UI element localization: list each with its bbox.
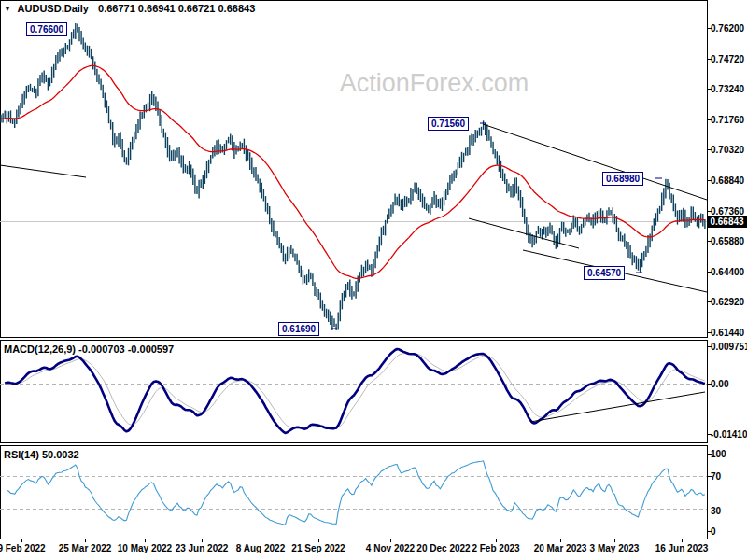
price-axis-label: 0.73240 <box>711 84 744 94</box>
date-axis-label: 8 Aug 2022 <box>236 543 285 553</box>
price-axis-label: 0.64400 <box>711 267 744 277</box>
price-axis-label: 0.74720 <box>711 54 744 64</box>
price-axis-label: 0.62920 <box>711 297 744 307</box>
date-axis-label: 10 May 2022 <box>118 543 172 553</box>
price-axis-label: 0.65880 <box>711 236 744 246</box>
forex-chart-window: ActionForex.com ▼ AUDUSD.Daily 0.66771 0… <box>0 0 747 560</box>
rsi-axis-label: 30 <box>711 506 721 516</box>
date-axis-label: 20 Dec 2022 <box>416 543 470 553</box>
axis-ticks <box>22 29 712 543</box>
annotation-price-label: 0.61690 <box>278 322 319 336</box>
macd-signal-line <box>5 353 705 427</box>
price-axis-label: 0.68840 <box>711 175 744 186</box>
date-axis-label: 3 May 2023 <box>590 543 640 553</box>
macd-indicator-label: MACD(12,26,9) -0.000703 -0.000597 <box>4 343 174 355</box>
annotation-price-label: 0.76600 <box>26 22 67 36</box>
date-axis-label: 4 Nov 2022 <box>366 543 415 553</box>
macd-line <box>5 349 705 433</box>
chart-header: ▼ AUDUSD.Daily 0.66771 0.66941 0.66721 0… <box>4 3 255 14</box>
ohlc-values: 0.66771 0.66941 0.66721 0.66843 <box>98 3 255 14</box>
macd-axis-label: 0.009751 <box>711 342 747 352</box>
rsi-line <box>7 461 705 525</box>
price-axis-label: 0.67360 <box>711 206 744 217</box>
date-axis-label: 23 Jun 2022 <box>176 543 229 553</box>
symbol-timeframe-label: AUDUSD.Daily <box>18 3 89 14</box>
macd-axis-label: -0.014107 <box>711 429 747 440</box>
rsi-axis-label: 70 <box>711 471 721 482</box>
watermark: ActionForex.com <box>340 69 529 98</box>
current-price-tag: 0.66843 <box>707 216 747 228</box>
price-axis-label: 0.76200 <box>711 23 744 34</box>
moving-average-line <box>1 65 705 278</box>
annotation-price-label: 0.68980 <box>602 172 643 186</box>
annotation-price-label: 0.71560 <box>428 117 469 131</box>
date-axis-label: 16 Jun 2023 <box>655 543 709 553</box>
collapse-triangle-icon[interactable]: ▼ <box>4 5 11 13</box>
rsi-axis-label: 100 <box>711 449 726 459</box>
level-lines <box>0 222 707 510</box>
annotation-price-label: 0.64570 <box>584 266 625 280</box>
rsi-indicator-label: RSI(14) 50.0032 <box>4 449 79 460</box>
price-axis-label: 0.71760 <box>711 115 744 125</box>
date-axis-label: 21 Sep 2022 <box>291 543 345 553</box>
date-axis-label: 25 Mar 2022 <box>59 543 112 553</box>
macd-axis-label: 0.00 <box>711 379 728 389</box>
rsi-axis-label: 0 <box>711 526 716 537</box>
date-axis-label: 2 Feb 2023 <box>472 543 519 553</box>
date-axis-label: 9 Feb 2022 <box>0 543 46 553</box>
price-axis-label: 0.70320 <box>711 145 744 155</box>
date-axis-label: 20 Mar 2023 <box>534 543 587 553</box>
price-axis-label: 0.61440 <box>711 328 744 338</box>
